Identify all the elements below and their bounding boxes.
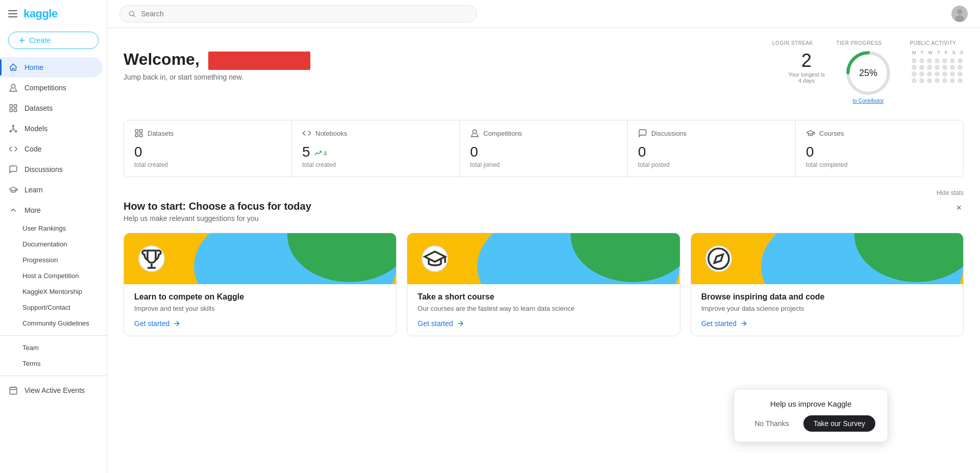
how-to-start-section: How to start: Choose a focus for today H… <box>124 201 964 336</box>
svg-rect-2 <box>14 105 17 107</box>
take-survey-button[interactable]: Take our Survey <box>803 415 875 432</box>
public-activity-label: PUBLIC ACTIVITY <box>902 40 964 46</box>
sidebar-item-datasets[interactable]: Datasets <box>0 98 103 118</box>
activity-dot <box>919 58 924 63</box>
activity-dot <box>919 65 924 70</box>
sidebar-sub-kaggleX[interactable]: KaggleX Mentorship <box>0 284 107 300</box>
sidebar-item-learn[interactable]: Learn <box>0 180 103 200</box>
card-course-cta[interactable]: Get started <box>418 319 464 328</box>
activity-dot <box>950 58 955 63</box>
sidebar-item-code[interactable]: Code <box>0 139 103 159</box>
svg-rect-8 <box>10 387 17 394</box>
card-browse-title: Browse inspiring data and code <box>701 292 953 302</box>
login-streak-label: LOGIN STREAK <box>770 40 816 46</box>
card-compete-cta[interactable]: Get started <box>134 319 181 328</box>
sidebar-item-more[interactable]: More <box>0 200 103 220</box>
svg-rect-16 <box>140 130 142 132</box>
sidebar-sub-user-rankings[interactable]: User Rankings <box>0 220 107 236</box>
search-icon <box>128 10 136 18</box>
svg-rect-17 <box>135 134 138 137</box>
calendar-icon <box>8 385 18 395</box>
stat-card-competitions: Competitions 0 total joined <box>460 120 628 177</box>
tier-progress-link[interactable]: to Contributor <box>845 98 891 104</box>
arrow-right-icon <box>740 319 748 328</box>
survey-title: Help us improve Kaggle <box>770 400 851 408</box>
login-streak-widget: 2 Your longest is 4 days <box>788 50 825 84</box>
close-how-to-start[interactable]: × <box>954 201 964 215</box>
activity-dot <box>942 78 947 83</box>
notebooks-icon <box>302 129 311 138</box>
sidebar-team[interactable]: Team <box>0 340 107 356</box>
sidebar-divider-2 <box>0 376 107 376</box>
discussions-icon <box>638 129 647 138</box>
sidebar-view-active-events[interactable]: View Active Events <box>0 380 103 401</box>
card-compete-desc: Improve and test your skills <box>134 305 386 312</box>
activity-dot <box>935 71 940 77</box>
sidebar-sub-documentation[interactable]: Documentation <box>0 236 107 252</box>
activity-dot <box>912 58 917 63</box>
sidebar-sub-host-competition[interactable]: Host a Competition <box>0 268 107 284</box>
notebooks-badge: 4 <box>314 150 327 157</box>
search-box[interactable] <box>119 5 477 22</box>
card-compete-title: Learn to compete on Kaggle <box>134 292 386 302</box>
activity-dot <box>935 58 940 63</box>
card-course-desc: Our courses are the fastest way to learn… <box>418 305 669 312</box>
streak-subtext1: Your longest is <box>788 71 825 78</box>
welcome-subtitle: Jump back in, or start something new. <box>124 73 310 81</box>
card-course[interactable]: Take a short course Our courses are the … <box>407 233 680 336</box>
stat-card-courses-header: Courses <box>806 129 953 138</box>
create-button[interactable]: Create <box>8 32 99 49</box>
sidebar-item-home[interactable]: Home <box>0 57 103 78</box>
welcome-text: Welcome, Jump back in, or start somethin… <box>124 50 310 81</box>
hide-stats-link[interactable]: Hide stats <box>124 189 964 196</box>
card-compete[interactable]: Learn to compete on Kaggle Improve and t… <box>124 233 397 336</box>
activity-dot <box>950 71 955 77</box>
trending-up-icon <box>314 150 322 157</box>
models-nav-icon <box>8 123 18 134</box>
kaggle-logo[interactable]: kaggle <box>23 7 58 20</box>
streak-subtext2: 4 days <box>788 78 825 84</box>
tier-progress-label: TIER PROGRESS <box>836 40 882 46</box>
sidebar-item-competitions[interactable]: Competitions <box>0 78 103 98</box>
svg-point-5 <box>13 125 14 127</box>
stat-card-datasets: Datasets 0 total created <box>124 120 292 177</box>
svg-rect-3 <box>10 109 12 112</box>
card-browse-cta[interactable]: Get started <box>701 319 748 328</box>
svg-point-0 <box>11 84 15 88</box>
sidebar-sub-guidelines[interactable]: Community Guidelines <box>0 315 107 331</box>
sidebar-sub-support[interactable]: Support/Contact <box>0 300 107 315</box>
svg-point-19 <box>473 130 477 134</box>
activity-dot <box>912 65 917 70</box>
compass-circle-icon <box>705 245 732 272</box>
hamburger-icon[interactable] <box>8 10 17 17</box>
activity-dot <box>919 71 924 77</box>
card-browse-body: Browse inspiring data and code Improve y… <box>691 284 963 336</box>
topbar <box>107 0 980 28</box>
card-browse[interactable]: Browse inspiring data and code Improve y… <box>691 233 964 336</box>
activity-dot <box>927 78 932 83</box>
survey-popup: Help us improve Kaggle No Thanks Take ou… <box>733 389 888 442</box>
welcome-section: Welcome, Jump back in, or start somethin… <box>124 50 964 104</box>
stat-card-discussions-header: Discussions <box>638 129 785 138</box>
donut-chart: 25% <box>845 50 891 96</box>
chevron-up-icon <box>8 205 18 215</box>
sidebar-terms[interactable]: Terms <box>0 356 107 371</box>
no-thanks-button[interactable]: No Thanks <box>746 415 797 432</box>
sidebar-item-discussions[interactable]: Discussions <box>0 159 103 180</box>
survey-buttons: No Thanks Take our Survey <box>746 415 875 432</box>
trophy-icon <box>470 129 479 138</box>
stat-card-discussions: Discussions 0 total posted <box>628 120 796 177</box>
activity-dot <box>935 65 940 70</box>
sidebar-item-models[interactable]: Models <box>0 118 103 139</box>
learn-nav-icon <box>8 185 18 195</box>
activity-dot <box>958 71 963 77</box>
card-browse-banner <box>691 233 963 284</box>
search-input[interactable] <box>141 10 468 18</box>
card-compete-banner <box>124 233 396 284</box>
arrow-right-icon <box>173 319 181 328</box>
stat-card-courses: Courses 0 total completed <box>796 120 963 177</box>
avatar[interactable] <box>951 6 968 22</box>
activity-dot <box>927 71 932 77</box>
sidebar-sub-progression[interactable]: Progression <box>0 252 107 268</box>
activity-grid <box>912 58 964 83</box>
